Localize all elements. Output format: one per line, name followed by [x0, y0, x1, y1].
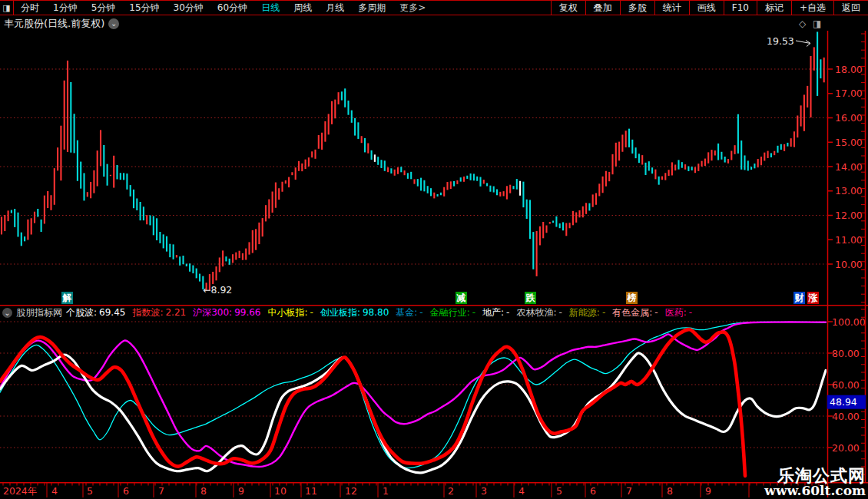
svg-text:40.00: 40.00 [832, 411, 860, 422]
chevron-down-icon[interactable]: ⌄ [108, 18, 119, 29]
svg-text:12: 12 [345, 485, 357, 497]
svg-text:6: 6 [123, 485, 129, 497]
svg-text:9: 9 [238, 485, 244, 497]
legend-label: 个股波: [66, 307, 97, 318]
legend-label: 基金: [396, 307, 417, 318]
svg-text:3: 3 [481, 485, 487, 497]
legend-label: 指数波: [132, 307, 163, 318]
period-tab[interactable]: 1分钟 [46, 2, 84, 15]
legend-item: 个股波:69.45 [66, 306, 125, 319]
split-pane-icon[interactable]: ◨ [813, 18, 821, 29]
toolbar-button[interactable]: 叠加 [585, 1, 620, 15]
indicator-chart: 100.0080.0060.0040.0020.0048.94 [0, 305, 868, 482]
legend-item: 农林牧渔:- [516, 306, 562, 319]
period-tab[interactable]: 日线 [254, 2, 287, 15]
svg-text:100.00: 100.00 [832, 316, 866, 328]
legend-label: 有色金属: [612, 307, 652, 318]
event-badge[interactable]: 涨 [807, 292, 819, 304]
period-tab[interactable]: 分时 [14, 2, 46, 15]
indicator-collapse-icon[interactable]: ⌄ [2, 308, 12, 318]
legend-label: 地产: [482, 307, 504, 318]
period-tab[interactable]: 30分钟 [167, 2, 210, 15]
period-tab[interactable]: 15分钟 [122, 2, 166, 15]
svg-text:4: 4 [518, 485, 525, 497]
svg-text:←8.92: ←8.92 [203, 284, 232, 296]
svg-text:16.00: 16.00 [835, 112, 863, 124]
legend-value: 69.45 [99, 307, 125, 318]
period-tab[interactable]: 多周期 [351, 2, 393, 15]
legend-item: 地产:- [482, 306, 509, 319]
top-toolbar: ◨ 分时 1分钟 5分钟 15分钟 30分钟 60分钟 日线 周线 月线 多周期… [0, 0, 868, 15]
event-badge[interactable]: 减 [456, 292, 467, 304]
svg-text:2024年: 2024年 [3, 485, 37, 497]
legend-value: 2.21 [165, 307, 186, 318]
legend-item: 基金:- [396, 306, 422, 319]
legend-item: 中小板指:- [267, 306, 313, 319]
watermark-url: www.60lt.com [764, 484, 866, 498]
legend-value: - [310, 307, 313, 318]
legend-label: 新能源: [569, 307, 600, 318]
svg-text:2: 2 [448, 485, 454, 497]
svg-text:5: 5 [87, 485, 93, 497]
title-row: 丰元股份(日线.前复权) ⌄ [4, 17, 119, 31]
legend-value: - [654, 307, 658, 318]
toolbar-button[interactable]: +自选 [791, 1, 833, 15]
event-badge[interactable]: 财 [793, 292, 805, 304]
legend-value: - [506, 307, 509, 318]
legend-value: 99.66 [234, 307, 260, 318]
legend-value: - [689, 307, 692, 318]
period-tab[interactable]: 更多> [393, 2, 432, 15]
event-badge[interactable]: 解 [61, 292, 73, 304]
event-badge[interactable]: 榜 [626, 292, 638, 304]
legend-label: 金融行业: [430, 307, 470, 318]
price-candlestick-chart: 18.0017.0016.0015.0014.0013.0012.0011.00… [0, 31, 868, 305]
legend-item: 新能源:- [569, 306, 605, 319]
svg-text:60.00: 60.00 [832, 379, 860, 391]
toolbar-button[interactable]: 标记 [757, 1, 791, 15]
svg-text:12.00: 12.00 [835, 210, 863, 221]
svg-text:20.00: 20.00 [832, 442, 860, 454]
layout-split-icon[interactable]: ◨ [0, 1, 14, 15]
svg-text:11: 11 [305, 485, 317, 497]
svg-text:9: 9 [705, 485, 711, 497]
legend-value: 98.80 [363, 307, 389, 318]
period-tab[interactable]: 月线 [319, 2, 351, 15]
diamond-icon[interactable]: ◇ [799, 18, 806, 29]
toolbar-button[interactable]: 复权 [551, 1, 585, 15]
svg-text:6: 6 [590, 485, 596, 497]
toolbar-button[interactable]: 返回 [833, 1, 868, 15]
svg-text:14.00: 14.00 [835, 161, 863, 173]
svg-text:18.00: 18.00 [835, 64, 863, 75]
event-badge[interactable]: 跌 [525, 292, 536, 304]
action-buttons: 复权 叠加 多股 统计 画线 F10 标记 +自选 返回 [551, 1, 868, 15]
toolbar-button[interactable]: 统计 [654, 1, 689, 15]
legend-item: 有色金属:- [612, 306, 658, 319]
period-tabs: 分时 1分钟 5分钟 15分钟 30分钟 60分钟 日线 周线 月线 多周期 更… [14, 1, 432, 15]
svg-text:8: 8 [667, 485, 673, 497]
legend-label: 中小板指: [267, 307, 307, 318]
period-tab[interactable]: 5分钟 [84, 2, 123, 15]
svg-text:10.00: 10.00 [835, 259, 863, 270]
watermark-site-name: 乐淘公式网 [764, 467, 866, 484]
watermark: 乐淘公式网 www.60lt.com [764, 467, 866, 498]
svg-text:7: 7 [626, 485, 632, 497]
legend-item: 金融行业:- [430, 306, 475, 319]
svg-text:4: 4 [51, 485, 58, 497]
legend-item: 创业板指:98.80 [320, 306, 389, 319]
legend-label: 医药: [665, 307, 687, 318]
toolbar-button[interactable]: F10 [724, 1, 757, 15]
toolbar-button[interactable]: 多股 [620, 1, 654, 15]
svg-text:15.00: 15.00 [835, 137, 863, 148]
period-tab[interactable]: 周线 [287, 2, 319, 15]
legend-label: 创业板指: [320, 307, 360, 318]
legend-item: 指数波:2.21 [132, 306, 186, 319]
svg-text:48.94: 48.94 [830, 396, 857, 408]
svg-text:11.00: 11.00 [835, 234, 863, 246]
svg-text:17.00: 17.00 [835, 88, 863, 99]
legend-item: 医药:- [665, 306, 692, 319]
period-tab[interactable]: 60分钟 [210, 2, 254, 15]
svg-text:1: 1 [383, 485, 389, 497]
svg-text:13.00: 13.00 [835, 185, 863, 197]
toolbar-button[interactable]: 画线 [689, 1, 724, 15]
svg-text:8: 8 [200, 485, 207, 497]
